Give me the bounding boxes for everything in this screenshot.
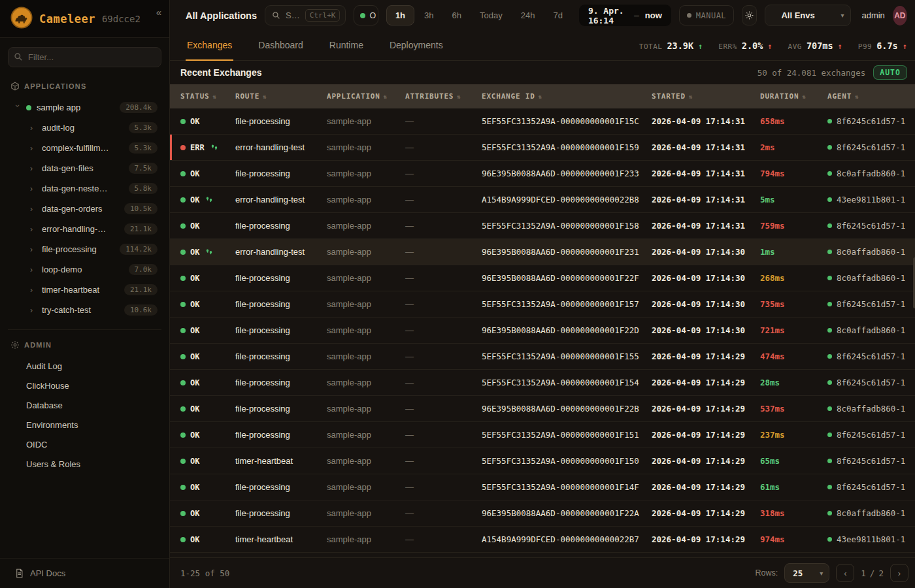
environment-select[interactable]: All Envs ▾ [765,5,851,26]
chevron-right-icon[interactable]: › [30,184,37,193]
table-row[interactable]: OK file-processing sample-app — 96E395B0… [170,396,915,422]
table-row[interactable]: OK file-processing sample-app — 5EF55FC3… [170,108,915,135]
api-docs-link[interactable]: API Docs [0,558,169,588]
time-range-button[interactable]: 6h [444,5,470,25]
table-row[interactable]: OK error-handling-test sample-app — 96E3… [170,239,915,265]
stat-label: ERR% [718,42,737,51]
time-range-group: 1h 3h 6h Today 24h 7d [386,5,571,25]
chevron-right-icon[interactable]: › [30,265,37,274]
chevron-right-icon[interactable]: › [30,123,37,133]
time-range-button[interactable]: Today [471,5,511,25]
table-row[interactable]: OK file-processing sample-app — 5EF55FC3… [170,291,915,318]
app-name: sample app [37,103,114,112]
prev-page-button[interactable]: ‹ [836,564,854,582]
chevron-right-icon[interactable]: › [30,306,37,315]
agent-id: 8f6245c61d57-1 [837,299,905,309]
started-cell: 2026-04-09 17:14:31 [652,116,760,126]
column-header[interactable]: APPLICATION ⇅ [327,92,405,101]
stat-value: 6.7s [876,41,898,51]
sidebar-route-item[interactable]: › try-catch-test 10.6k [8,300,161,320]
auto-refresh-badge[interactable]: AUTO [873,65,907,80]
admin-menu-item[interactable]: Environments [8,415,161,434]
tab[interactable]: Runtime [328,31,365,61]
column-header[interactable]: AGENT ⇅ [827,92,911,101]
tab[interactable]: Deployments [388,31,444,61]
exchange-id-cell: 96E395B0088AA6D-000000000001F233 [482,169,652,178]
sidebar-route-item[interactable]: › data-gen-files 7.5k [8,158,161,178]
sidebar-route-item[interactable]: › data-gen-neste… 5.8k [8,178,161,199]
table-row[interactable]: OK file-processing sample-app — 96E395B0… [170,265,915,291]
sidebar-route-item[interactable]: › loop-demo 7.0k [8,259,161,280]
sidebar-route-item[interactable]: › timer-heartbeat 21.1k [8,280,161,300]
chevron-right-icon[interactable]: › [30,204,37,214]
table-row[interactable]: ERR error-handling-test sample-app — 5EF… [170,135,915,161]
admin-menu-item[interactable]: Database [8,395,161,415]
tab[interactable]: Dashboard [257,31,305,61]
admin-menu-item[interactable]: Users & Roles [8,454,161,474]
route-count-badge: 10.5k [124,203,158,214]
chevron-right-icon[interactable]: › [30,225,37,234]
chevron-right-icon[interactable]: › [30,144,37,153]
table-row[interactable]: OK file-processing sample-app — 5EF55FC3… [170,370,915,396]
theme-toggle-button[interactable] [742,5,757,25]
column-header[interactable]: STARTED ⇅ [652,92,760,101]
status-label: OK [190,535,199,544]
agent-status-dot [827,406,832,411]
sort-icon[interactable]: ⇅ [263,93,267,100]
chevron-right-icon[interactable]: › [30,286,37,295]
sidebar-route-item[interactable]: › data-gen-orders 10.5k [8,199,161,219]
time-range-button[interactable]: 7d [544,5,571,25]
column-header[interactable]: DURATION ⇅ [760,92,827,101]
chevron-right-icon[interactable]: › [30,245,37,254]
time-range-button[interactable]: 3h [416,5,442,25]
sort-icon[interactable]: ⇅ [457,93,461,100]
admin-item-label: Audit Log [26,361,62,371]
admin-menu-item[interactable]: OIDC [8,434,161,454]
column-label: STARTED [652,92,686,101]
next-page-button[interactable]: › [890,564,908,582]
sort-icon[interactable]: ⇅ [213,93,217,100]
sidebar-route-item[interactable]: › audit-log 5.3k [8,118,161,138]
sidebar-collapse-icon[interactable]: « [156,7,161,18]
route-name: error-handling-… [42,224,119,234]
chevron-right-icon[interactable]: › [30,164,37,173]
sort-icon[interactable]: ⇅ [539,93,542,100]
table-row[interactable]: OK file-processing sample-app — 96E395B0… [170,318,915,344]
sidebar-route-item[interactable]: › file-processing 114.2k [8,239,161,259]
time-range-button[interactable]: 1h [386,5,414,25]
sidebar-route-item[interactable]: › complex-fulfillm… 5.3k [8,138,161,158]
sort-icon[interactable]: ⇅ [855,93,859,100]
agent-cell: 8c0affadb860-1 [827,404,911,414]
table-row[interactable]: OK file-processing sample-app — 5EF55FC3… [170,344,915,370]
table-row[interactable]: OK timer-heartbeat sample-app — A154B9A9… [170,527,915,553]
sort-icon[interactable]: ⇅ [689,93,693,100]
sort-icon[interactable]: ⇅ [802,93,806,100]
column-header[interactable]: ROUTE ⇅ [235,92,327,101]
table-row[interactable]: OK file-processing sample-app — 96E395B0… [170,161,915,187]
admin-menu-item[interactable]: ClickHouse [8,376,161,395]
admin-menu-item[interactable]: Audit Log [8,356,161,376]
tab[interactable]: Exchanges [186,31,233,61]
time-range-button[interactable]: 24h [512,5,544,25]
sort-icon[interactable]: ⇅ [384,93,388,100]
filter-input[interactable] [8,47,161,67]
table-row[interactable]: OK file-processing sample-app — 5EF55FC3… [170,213,915,239]
chevron-down-icon[interactable]: › [13,105,22,111]
rows-per-page-select[interactable]: 25 ▾ [784,563,829,583]
sun-icon [744,10,754,20]
table-row[interactable]: OK error-handling-test sample-app — A154… [170,187,915,213]
table-row[interactable]: OK file-processing sample-app — 5EF55FC3… [170,474,915,500]
column-header[interactable]: ATTRIBUTES ⇅ [405,92,482,101]
table-row[interactable]: OK file-processing sample-app — 96E395B0… [170,500,915,527]
avatar[interactable]: AD [893,6,907,25]
column-header[interactable]: EXCHANGE ID ⇅ [482,92,652,101]
table-row[interactable]: OK timer-heartbeat sample-app — 5EF55FC3… [170,448,915,474]
sidebar-item-sample-app[interactable]: › sample app 208.4k [8,97,161,118]
global-search[interactable]: S… Ctrl+K [265,5,346,25]
date-range-display[interactable]: 9. Apr. 16:14 – now [579,5,671,26]
manual-refresh-button[interactable]: MANUAL [679,5,734,25]
table-row[interactable]: OK file-processing sample-app — 5EF55FC3… [170,422,915,448]
live-toggle[interactable]: O [354,5,378,25]
column-header[interactable]: STATUS ⇅ [180,92,235,101]
sidebar-route-item[interactable]: › error-handling-… 21.1k [8,219,161,239]
